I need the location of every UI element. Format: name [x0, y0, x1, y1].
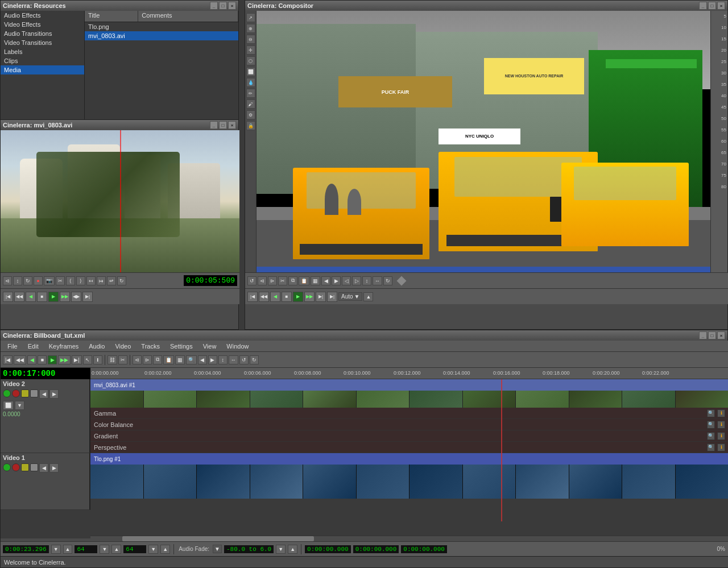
- tl-tool-select[interactable]: ↖: [83, 355, 92, 364]
- tl-tool-r2[interactable]: ▶: [208, 355, 217, 364]
- viewer-tool-1[interactable]: ⊲: [3, 276, 12, 285]
- tl-tool-mark-out[interactable]: ⊳: [143, 355, 152, 364]
- viewer-skip-end[interactable]: ▶|: [82, 292, 93, 302]
- tl-tool-play[interactable]: ▶: [48, 355, 57, 364]
- comp-frame-next[interactable]: ▶: [332, 276, 341, 285]
- tl-tool-end[interactable]: ▶|: [72, 355, 81, 364]
- menu-window[interactable]: Window: [222, 342, 253, 351]
- comp-slide[interactable]: ↔: [373, 276, 382, 285]
- viewer-fast-rev[interactable]: ◀▶: [71, 292, 81, 302]
- comp-slip[interactable]: ↕: [362, 276, 371, 285]
- effect-color-info[interactable]: ℹ: [717, 421, 725, 429]
- comp-tool-pen[interactable]: ✏: [246, 89, 255, 98]
- comp-redo[interactable]: ↻: [383, 276, 392, 285]
- comp-tool-arrow[interactable]: ↗: [246, 13, 255, 22]
- tl-tool-slip[interactable]: ↕: [218, 355, 228, 364]
- comp-undo[interactable]: ↺: [247, 276, 257, 285]
- comp-tool-crosshair[interactable]: ✛: [246, 45, 255, 55]
- comp-play[interactable]: ▶: [293, 292, 303, 302]
- comp-tool-protect[interactable]: 🔒: [246, 121, 255, 130]
- comp-tool-paint[interactable]: 🖌: [246, 99, 255, 109]
- video1-expand-btn[interactable]: [30, 463, 38, 471]
- sidebar-item-clips[interactable]: Clips: [1, 56, 84, 65]
- viewer-tool-loop[interactable]: ↻: [23, 276, 32, 285]
- viewer-tool-cut[interactable]: ✂: [56, 276, 65, 285]
- menu-view[interactable]: View: [198, 342, 221, 351]
- video1-record-btn[interactable]: [12, 463, 20, 471]
- audio-fade-down[interactable]: ▼: [276, 545, 286, 554]
- video2-expand-btn[interactable]: [30, 389, 38, 397]
- tl-tool-3[interactable]: ◀: [27, 355, 36, 364]
- audio-fade-up[interactable]: ▲: [288, 545, 297, 554]
- effect-perspective-info[interactable]: ℹ: [717, 443, 725, 451]
- viewer-minimize[interactable]: _: [210, 121, 218, 129]
- timeline-hscrollbar[interactable]: [90, 536, 728, 541]
- viewer-close[interactable]: ×: [228, 121, 236, 129]
- viewer-tool-cam[interactable]: 📷: [44, 276, 55, 285]
- video2-tool-2[interactable]: ▼: [15, 401, 24, 410]
- compositor-close[interactable]: ×: [717, 2, 725, 10]
- sidebar-item-video-transitions[interactable]: Video Transitions: [1, 38, 84, 47]
- file-item-mvi[interactable]: mvi_0803.avi: [85, 31, 238, 40]
- video2-enable-btn[interactable]: [3, 389, 11, 397]
- menu-audio[interactable]: Audio: [84, 342, 109, 351]
- comp-auto-dropdown[interactable]: Auto ▼: [338, 292, 362, 301]
- viewer-skip-start[interactable]: |◀: [3, 292, 13, 302]
- tl-tool-ff[interactable]: ▶▶: [58, 355, 71, 364]
- video2-record-btn[interactable]: [12, 389, 20, 397]
- comp-tool-perspective[interactable]: ⬡: [246, 56, 255, 65]
- bottom-z2-up[interactable]: ▲: [160, 545, 170, 554]
- timeline-close[interactable]: ×: [717, 331, 725, 339]
- tl-tool-mark-in[interactable]: ⊲: [133, 355, 142, 364]
- tl-tool-zoom[interactable]: 🔍: [186, 355, 197, 364]
- comp-auto-up[interactable]: ▲: [363, 292, 373, 301]
- menu-file[interactable]: File: [3, 342, 22, 351]
- viewer-tool-9[interactable]: ↫: [107, 276, 116, 285]
- effect-gradient-info[interactable]: ℹ: [717, 432, 725, 440]
- resources-maximize[interactable]: □: [219, 2, 227, 10]
- effect-color-search[interactable]: 🔍: [707, 421, 715, 429]
- comp-fast-fwd[interactable]: ▶▶: [304, 292, 315, 302]
- comp-skip-start[interactable]: |◀: [247, 292, 258, 302]
- bottom-z1-up[interactable]: ▲: [111, 545, 121, 554]
- timeline-minimize[interactable]: _: [699, 331, 707, 339]
- comp-render[interactable]: ▦: [311, 276, 320, 285]
- timeline-maximize[interactable]: □: [708, 331, 716, 339]
- comp-frame-fwd[interactable]: ▶|: [316, 292, 326, 302]
- tl-tool-cut2[interactable]: ✂: [118, 355, 127, 364]
- viewer-tool-rec[interactable]: ●: [34, 276, 43, 285]
- comp-cut[interactable]: ✂: [278, 276, 287, 285]
- comp-reverse[interactable]: ◀: [270, 292, 280, 302]
- file-item-tlo[interactable]: Tlo.png: [85, 22, 238, 31]
- tl-tool-clip[interactable]: ⧉: [153, 355, 162, 364]
- tl-tool-render[interactable]: ▦: [175, 355, 185, 364]
- comp-tool-zoom-out[interactable]: ⊖: [246, 35, 255, 44]
- tl-tool-2[interactable]: ◀◀: [14, 355, 26, 364]
- effect-gradient-search[interactable]: 🔍: [707, 432, 715, 440]
- sidebar-item-audio-transitions[interactable]: Audio Transitions: [1, 29, 84, 38]
- viewer-tool-10[interactable]: ↻: [117, 276, 126, 285]
- comp-copy[interactable]: ⧉: [288, 276, 297, 285]
- viewer-tool-6[interactable]: ⟩: [76, 276, 85, 285]
- video1-lock-btn[interactable]: [21, 463, 29, 471]
- tl-tool-paste[interactable]: 📋: [163, 355, 174, 364]
- viewer-play[interactable]: ▶: [48, 292, 59, 302]
- comp-frame-prev[interactable]: ◀: [321, 276, 330, 285]
- comp-tool-zoom-in[interactable]: ⊕: [246, 24, 255, 33]
- bottom-tc-up[interactable]: ▲: [63, 545, 73, 554]
- sidebar-item-labels[interactable]: Labels: [1, 47, 84, 56]
- comp-prev[interactable]: ◀◀: [259, 292, 269, 302]
- sidebar-item-media[interactable]: Media: [1, 65, 84, 74]
- comp-tool-crop[interactable]: ⬜: [246, 67, 255, 76]
- resources-minimize[interactable]: _: [210, 2, 218, 10]
- comp-stop[interactable]: ■: [282, 292, 292, 302]
- viewer-reverse[interactable]: ◀: [26, 292, 36, 302]
- viewer-tool-2[interactable]: ↕: [13, 276, 22, 285]
- viewer-stop[interactable]: ■: [37, 292, 47, 302]
- compositor-maximize[interactable]: □: [708, 2, 716, 10]
- sidebar-item-video-effects[interactable]: Video Effects: [1, 20, 84, 29]
- video2-lock-btn[interactable]: [21, 389, 29, 397]
- comp-skip-end[interactable]: ▶|: [327, 292, 337, 302]
- video1-arrow-left[interactable]: ◀: [39, 463, 48, 472]
- comp-keyframe-next[interactable]: ▷: [352, 276, 361, 285]
